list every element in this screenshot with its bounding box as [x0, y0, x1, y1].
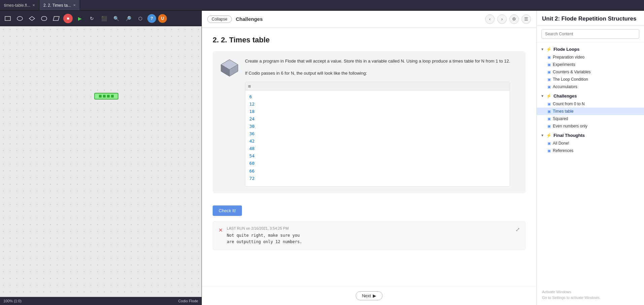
section-icon-challenges: ⚡: [546, 93, 551, 99]
next-button[interactable]: Next ▶: [356, 291, 383, 300]
tool-parallelogram[interactable]: [51, 13, 61, 24]
challenges-label: Challenges: [236, 16, 263, 22]
output-line: 54: [249, 152, 506, 160]
tree-section-final-thoughts: ▼⚡Final Thoughts▣All Done!▣References: [537, 131, 644, 154]
output-line: 72: [249, 175, 506, 182]
menu-button[interactable]: ☰: [522, 14, 531, 24]
tree-section-header-challenges[interactable]: ▼⚡Challenges: [537, 92, 644, 100]
main-row: ■ ▶ ↻ ⬛ 🔍 🔎 ⬡ ? U 100% (1:0) Codio Flode: [0, 11, 644, 305]
activate-windows-title: Activate Windows: [542, 289, 639, 295]
node-handle-br[interactable]: [111, 95, 114, 98]
section-arrow-challenges: ▼: [541, 94, 544, 98]
result-timestamp: LAST RUN on 2/16/2021, 3:54:25 PM: [227, 226, 302, 230]
flode-panel: ■ ▶ ↻ ⬛ 🔍 🔎 ⬡ ? U 100% (1:0) Codio Flode: [0, 11, 202, 305]
node-handle-tr[interactable]: [103, 95, 106, 98]
challenge-card: Create a program in Flode that will acce…: [213, 51, 526, 193]
tool-diamond[interactable]: [27, 13, 37, 24]
output-line: 42: [249, 138, 506, 145]
tab-times-table[interactable]: 2. 2. Times ta... ✕: [39, 0, 80, 10]
challenge-desc-2: If Codio passes in 6 for N, the output w…: [245, 70, 510, 77]
tree-item-all-done[interactable]: ▣All Done!: [537, 140, 644, 147]
tree-item-icon-experiments: ▣: [547, 63, 551, 67]
nav-prev-button[interactable]: ‹: [485, 14, 495, 24]
tree-item-count-from-0[interactable]: ▣Count from 0 to N: [537, 100, 644, 108]
tool-redo[interactable]: ↻: [87, 13, 97, 24]
tree-section-flode-loops: ▼⚡Flode Loops▣Preparation video▣Experime…: [537, 45, 644, 90]
tab-flode-label: times-table.fl...: [4, 3, 30, 8]
output-line: 48: [249, 145, 506, 152]
flode-canvas[interactable]: [0, 26, 202, 297]
tree-item-squared[interactable]: ▣Squared: [537, 115, 644, 122]
tree-item-label-squared: Squared: [553, 116, 568, 121]
tree-section-header-final-thoughts[interactable]: ▼⚡Final Thoughts: [537, 131, 644, 140]
tree-item-even-numbers[interactable]: ▣Even numbers only: [537, 122, 644, 130]
tree-item-icon-accumulators: ▣: [547, 85, 551, 89]
challenge-icon: [219, 58, 240, 78]
search-input[interactable]: [541, 29, 639, 39]
flode-toolbar: ■ ▶ ↻ ⬛ 🔍 🔎 ⬡ ? U: [0, 11, 202, 26]
output-line: 36: [249, 130, 506, 138]
result-msg-2: are outputting only 12 numbers.: [227, 239, 302, 245]
activate-windows: Activate Windows Go to Settings to activ…: [537, 284, 644, 305]
tool-halt[interactable]: ⬛: [99, 13, 109, 24]
tree-item-icon-prep: ▣: [547, 55, 551, 60]
result-card: ✕ LAST RUN on 2/16/2021, 3:54:25 PM Not …: [213, 221, 526, 250]
output-box: ≡ 61218243036424854606672: [245, 82, 510, 187]
svg-point-1: [17, 16, 23, 21]
tree-item-references[interactable]: ▣References: [537, 147, 644, 154]
node-handle-bl[interactable]: [107, 95, 110, 98]
tree-item-label-experiments: Experiments: [553, 62, 575, 67]
tree-item-label-count-from-0: Count from 0 to N: [553, 102, 585, 106]
flode-statusbar: 100% (1:0) Codio Flode: [0, 297, 202, 305]
output-line: 18: [249, 108, 506, 115]
tree-section-challenges: ▼⚡Challenges▣Count from 0 to N▣Times tab…: [537, 92, 644, 130]
tab-bar: times-table.fl... ✕ 2. 2. Times ta... ✕: [0, 0, 644, 11]
challenge-description: Create a program in Flode that will acce…: [245, 58, 510, 187]
nav-next-button[interactable]: ›: [497, 14, 507, 24]
tree-section-header-flode-loops[interactable]: ▼⚡Flode Loops: [537, 45, 644, 53]
tool-help[interactable]: ?: [147, 14, 156, 23]
tree-item-loop-condition[interactable]: ▣The Loop Condition: [537, 76, 644, 83]
content-header: Collapse Challenges ‹ › ⚙ ☰: [202, 11, 536, 28]
tab-times-table-close[interactable]: ✕: [73, 3, 76, 7]
section-icon-final-thoughts: ⚡: [546, 133, 551, 138]
section-icon-flode-loops: ⚡: [546, 47, 551, 52]
tool-rectangle[interactable]: [3, 13, 13, 24]
tool-avatar[interactable]: U: [158, 14, 167, 23]
tree-item-counters[interactable]: ▣Counters & Variables: [537, 68, 644, 76]
tool-zoom-out[interactable]: 🔎: [123, 13, 133, 24]
tab-flode[interactable]: times-table.fl... ✕: [0, 0, 39, 10]
tree-item-prep[interactable]: ▣Preparation video: [537, 53, 644, 61]
output-line: 30: [249, 123, 506, 130]
collapse-button[interactable]: Collapse: [207, 15, 232, 23]
tree-item-label-times-table: Times table: [553, 109, 574, 114]
tab-flode-close[interactable]: ✕: [32, 3, 35, 7]
tool-stop[interactable]: ■: [63, 14, 73, 23]
tree-item-accumulators[interactable]: ▣Accumulators: [537, 83, 644, 90]
canvas-node[interactable]: [94, 93, 118, 100]
settings-button[interactable]: ⚙: [509, 14, 519, 24]
tool-polygon[interactable]: ⬡: [135, 13, 145, 24]
challenge-desc-1: Create a program in Flode that will acce…: [245, 58, 510, 65]
output-lines-container: 61218243036424854606672: [249, 93, 506, 182]
section-arrow-flode-loops: ▼: [541, 47, 544, 51]
tree-item-experiments[interactable]: ▣Experiments: [537, 61, 644, 68]
error-icon: ✕: [218, 227, 223, 233]
tool-play[interactable]: ▶: [75, 13, 85, 24]
tree-item-icon-squared: ▣: [547, 117, 551, 121]
header-icons: ‹ › ⚙ ☰: [485, 14, 531, 24]
tree-item-label-loop-condition: The Loop Condition: [553, 77, 588, 82]
tree-item-icon-references: ▣: [547, 149, 551, 153]
section-label-challenges: Challenges: [553, 93, 577, 99]
tree-item-label-prep: Preparation video: [553, 55, 584, 60]
tool-search[interactable]: 🔍: [111, 13, 121, 24]
expand-button[interactable]: ⤢: [515, 226, 520, 233]
activate-windows-sub: Go to Settings to activate Windows.: [542, 295, 639, 301]
tool-process[interactable]: [15, 13, 25, 24]
svg-rect-0: [5, 16, 10, 21]
tree-item-times-table[interactable]: ▣Times table: [537, 108, 644, 115]
tool-terminal[interactable]: [39, 13, 49, 24]
next-icon: ▶: [373, 293, 376, 298]
check-it-button[interactable]: Check It!: [213, 205, 242, 216]
node-handle-tl[interactable]: [99, 95, 102, 98]
